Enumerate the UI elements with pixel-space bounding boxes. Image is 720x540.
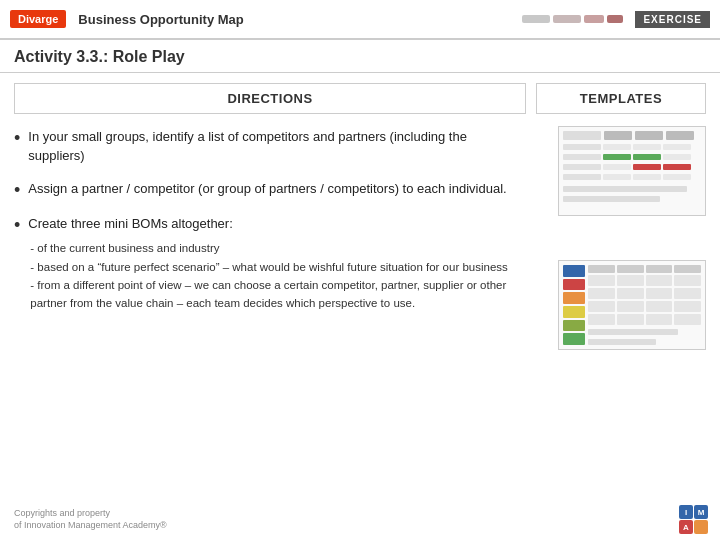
left-column: DIRECTIONS • In your small groups, ident… bbox=[14, 83, 526, 356]
tcard2-cell-2-3 bbox=[646, 288, 673, 299]
tcard2-cell-3-4 bbox=[674, 301, 701, 312]
tcard2-cell-3-3 bbox=[646, 301, 673, 312]
prog-seg-1 bbox=[522, 15, 550, 23]
tcard1-header bbox=[563, 131, 701, 140]
tcard2-row-1 bbox=[588, 275, 701, 286]
tcard2-row-2 bbox=[588, 288, 701, 299]
tcard2-main bbox=[588, 265, 701, 345]
bullet-dot-1: • bbox=[14, 128, 20, 150]
ima-cell-blank bbox=[694, 520, 708, 534]
tcard2-sidebar bbox=[563, 265, 585, 345]
prog-seg-3 bbox=[584, 15, 604, 23]
activity-title: Activity 3.3.: Role Play bbox=[0, 40, 720, 73]
tcard2-header-row bbox=[588, 265, 701, 273]
main-content: DIRECTIONS • In your small groups, ident… bbox=[0, 73, 720, 366]
bullet-dot-3: • bbox=[14, 215, 20, 237]
tcard2-cell-2-4 bbox=[674, 288, 701, 299]
logo: Divarge bbox=[10, 10, 66, 28]
footer: Copyrights and property of Innovation Ma… bbox=[14, 507, 167, 532]
sub-bullet-3: - from a different point of view – we ca… bbox=[30, 276, 526, 313]
sub-bullet-2: - based on a “future perfect scenario” –… bbox=[30, 258, 526, 276]
tcard2-cell-1-4 bbox=[674, 275, 701, 286]
tcard2-row-4 bbox=[588, 314, 701, 325]
bullet-item-1: • In your small groups, identify a list … bbox=[14, 128, 526, 166]
tcard2-cell-1-1 bbox=[588, 275, 615, 286]
ima-cell-m: M bbox=[694, 505, 708, 519]
template-card-1 bbox=[558, 126, 706, 216]
ima-row-1: I M bbox=[679, 505, 708, 519]
tcard2-sb-cell-5 bbox=[563, 320, 585, 332]
sub-bullets: - of the current business and industry -… bbox=[30, 239, 526, 313]
tcard2-sb-cell-6 bbox=[563, 333, 585, 345]
tcard2-hcell-2 bbox=[617, 265, 644, 273]
ima-logo: I M A bbox=[679, 505, 708, 534]
tcard2-cell-4-3 bbox=[646, 314, 673, 325]
tcard2-sb-cell-3 bbox=[563, 292, 585, 304]
exercise-badge: EXERCISE bbox=[635, 11, 710, 28]
tcard2-row-3 bbox=[588, 301, 701, 312]
tcard2-cell-2-1 bbox=[588, 288, 615, 299]
tcard2-cell-3-2 bbox=[617, 301, 644, 312]
sub-bullet-1: - of the current business and industry bbox=[30, 239, 526, 257]
tcard2-hcell-1 bbox=[588, 265, 615, 273]
bullet-dot-2: • bbox=[14, 180, 20, 202]
ima-cell-a: A bbox=[679, 520, 693, 534]
bullet-item-3: • Create three mini BOMs altogether: - o… bbox=[14, 215, 526, 312]
tcard2-hcell-3 bbox=[646, 265, 673, 273]
tcard2-cell-4-4 bbox=[674, 314, 701, 325]
bullet-text-2: Assign a partner / competitor (or group … bbox=[28, 180, 506, 199]
bullet-text-3: Create three mini BOMs altogether: bbox=[28, 216, 232, 231]
bullet-text-1: In your small groups, identify a list of… bbox=[28, 128, 526, 166]
template-card-2 bbox=[558, 260, 706, 350]
directions-label: DIRECTIONS bbox=[14, 83, 526, 114]
tcard2-sb-cell-2 bbox=[563, 279, 585, 291]
template-card-1-inner bbox=[563, 131, 701, 211]
template-card-2-inner bbox=[563, 265, 701, 345]
header: Divarge Business Opportunity Map EXERCIS… bbox=[0, 0, 720, 40]
ima-cell-i: I bbox=[679, 505, 693, 519]
bullet-item-2: • Assign a partner / competitor (or grou… bbox=[14, 180, 526, 202]
footer-line1: Copyrights and property bbox=[14, 507, 167, 520]
tcard2-cell-1-3 bbox=[646, 275, 673, 286]
progress-bar bbox=[522, 15, 623, 23]
tcard2-cell-3-1 bbox=[588, 301, 615, 312]
tcard2-cell-4-1 bbox=[588, 314, 615, 325]
prog-seg-2 bbox=[553, 15, 581, 23]
tcard2-cell-2-2 bbox=[617, 288, 644, 299]
tcard2-sb-cell-1 bbox=[563, 265, 585, 277]
footer-line2: of Innovation Management Academy® bbox=[14, 519, 167, 532]
ima-row-2: A bbox=[679, 520, 708, 534]
templates-label: TEMPLATES bbox=[536, 83, 706, 114]
tcard2-hcell-4 bbox=[674, 265, 701, 273]
tcard2-sb-cell-4 bbox=[563, 306, 585, 318]
tcard2-cell-1-2 bbox=[617, 275, 644, 286]
header-title: Business Opportunity Map bbox=[78, 12, 522, 27]
right-column: TEMPLATES bbox=[536, 83, 706, 356]
prog-seg-4 bbox=[607, 15, 623, 23]
tcard2-cell-4-2 bbox=[617, 314, 644, 325]
